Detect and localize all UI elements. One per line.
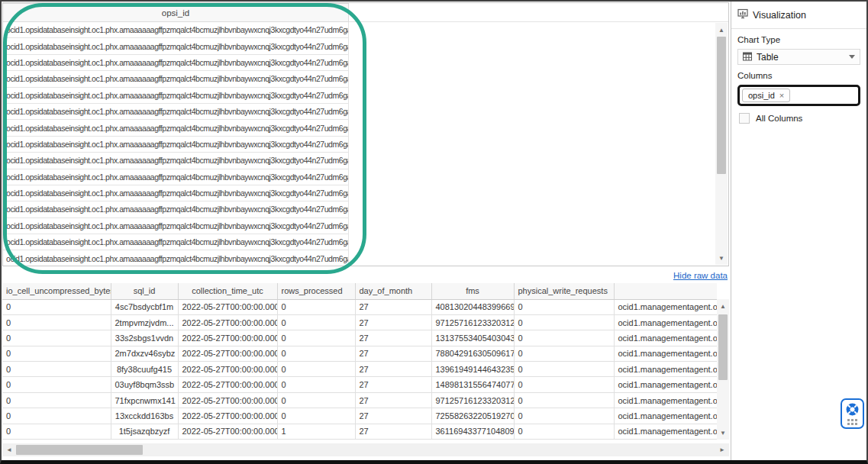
table-cell: 2m7dxzv46sybz <box>111 346 178 361</box>
table-row[interactable]: ocid1.opsidatabaseinsight.oc1.phx.amaaaa… <box>3 38 349 54</box>
scroll-down-icon[interactable]: ▼ <box>715 253 728 263</box>
table-cell: ocid1.managementagent.oc1.iad.a <box>614 377 717 392</box>
horizontal-scrollbar[interactable]: ◄ ► <box>2 443 729 456</box>
column-header[interactable]: day_of_month <box>355 283 431 299</box>
table-grid-icon <box>743 50 752 64</box>
table-row[interactable]: ocid1.opsidatabaseinsight.oc1.phx.amaaaa… <box>3 218 349 234</box>
column-header[interactable]: physical_write_requests <box>514 283 614 299</box>
column-header[interactable]: rows_processed <box>277 283 355 299</box>
table-row[interactable]: ocid1.opsidatabaseinsight.oc1.phx.amaaaa… <box>3 153 349 169</box>
column-header[interactable]: fms <box>431 283 514 299</box>
table-cell: 27 <box>355 299 431 314</box>
scroll-left-icon[interactable]: ◄ <box>4 443 15 456</box>
table-row[interactable]: 003uyf8bqm3ssb2022-05-27T00:00:00.000Z02… <box>2 377 717 392</box>
column-header[interactable]: io_cell_uncompressed_bytes <box>2 283 111 299</box>
table-cell: ocid1.managementagent.oc1.iad.a <box>614 408 717 424</box>
raw-data-table: io_cell_uncompressed_bytessql_idcollecti… <box>2 283 717 440</box>
table-cell: 0 <box>2 392 111 408</box>
scroll-down-icon[interactable]: ▼ <box>717 427 729 438</box>
table-row[interactable]: ocid1.opsidatabaseinsight.oc1.phx.amaaaa… <box>3 22 349 38</box>
chevron-down-icon <box>849 55 855 59</box>
table-row[interactable]: ocid1.opsidatabaseinsight.oc1.phx.amaaaa… <box>3 234 349 250</box>
table-cell: 0 <box>514 299 614 314</box>
columns-label: Columns <box>737 71 860 80</box>
table-row[interactable]: 033s2sbgs1vvdn2022-05-27T00:00:00.000Z02… <box>2 330 717 346</box>
opsi-table-header-row: opsi_id <box>3 3 728 22</box>
scroll-up-icon[interactable]: ▲ <box>715 24 728 35</box>
table-cell: 27 <box>355 408 431 424</box>
table-row[interactable]: 08fy38cuufg4152022-05-27T00:00:00.000Z02… <box>2 362 717 377</box>
table-row[interactable]: 013xcckdd163bs2022-05-27T00:00:00.000Z02… <box>2 408 717 424</box>
table-cell: 0 <box>2 330 111 346</box>
table-cell: 0 <box>514 362 614 377</box>
table-cell: ocid1.managementagent.oc1.iad.a <box>614 424 717 439</box>
top-table-vertical-scrollbar[interactable]: ▲ ▼ <box>715 23 728 265</box>
table-cell: 1313755340540304390 <box>431 330 514 346</box>
table-cell: 0 <box>514 408 614 424</box>
table-cell: 3611694337710480902 <box>431 424 514 439</box>
chip-remove-icon[interactable]: × <box>779 91 784 100</box>
table-cell: 0 <box>514 424 614 439</box>
table-row[interactable]: ocid1.opsidatabaseinsight.oc1.phx.amaaaa… <box>3 169 349 185</box>
table-row[interactable]: ocid1.opsidatabaseinsight.oc1.phx.amaaaa… <box>3 88 349 104</box>
table-row[interactable]: 01t5jsazqbzyzf2022-05-27T00:00:00.000Z12… <box>2 424 717 439</box>
scroll-right-icon[interactable]: ► <box>717 443 728 456</box>
table-cell: 0 <box>514 314 614 330</box>
table-cell: ocid1.managementagent.oc1.iad.a <box>614 346 717 361</box>
table-row[interactable]: ocid1.opsidatabaseinsight.oc1.phx.amaaaa… <box>3 71 349 87</box>
table-row[interactable]: ocid1.opsidatabaseinsight.oc1.phx.amaaaa… <box>3 185 349 201</box>
column-header[interactable]: sql_id <box>111 283 178 299</box>
table-cell: 8fy38cuufg415 <box>111 362 178 377</box>
visualization-sidebar: Visualization Chart Type Table <box>731 2 866 460</box>
table-cell: 0 <box>2 346 111 361</box>
table-cell: 27 <box>355 330 431 346</box>
column-header[interactable] <box>614 283 717 299</box>
scrollbar-thumb[interactable] <box>16 445 143 455</box>
hide-raw-data-link[interactable]: Hide raw data <box>673 271 729 280</box>
life-buoy-icon <box>845 402 860 417</box>
main-area: opsi_id ocid1.opsidatabaseinsight.oc1.ph… <box>2 2 731 460</box>
table-cell: 0 <box>277 299 355 314</box>
table-row[interactable]: 02m7dxzv46sybz2022-05-27T00:00:00.000Z02… <box>2 346 717 361</box>
table-row[interactable]: ocid1.opsidatabaseinsight.oc1.phx.amaaaa… <box>3 137 349 153</box>
scrollbar-thumb[interactable] <box>718 314 728 380</box>
raw-table-vertical-scrollbar[interactable]: ▲ ▼ <box>717 299 729 440</box>
table-cell: 27 <box>355 314 431 330</box>
table-cell: 13961949144643235029 <box>431 362 514 377</box>
table-cell: 0 <box>2 377 111 392</box>
table-cell: 9712571612332031260 <box>431 392 514 408</box>
table-row[interactable]: ocid1.opsidatabaseinsight.oc1.phx.amaaaa… <box>3 201 349 218</box>
table-row[interactable]: ocid1.opsidatabaseinsight.oc1.phx.amaaaa… <box>3 250 349 266</box>
table-cell: 0 <box>2 299 111 314</box>
table-row[interactable]: ocid1.opsidatabaseinsight.oc1.phx.amaaaa… <box>3 55 349 71</box>
table-cell: 7255826322051927035 <box>431 408 514 424</box>
chart-type-dropdown[interactable]: Table <box>737 49 860 65</box>
all-columns-row: All Columns <box>737 113 860 124</box>
all-columns-checkbox[interactable] <box>739 113 750 124</box>
table-cell: 0 <box>2 314 111 330</box>
help-widget-button[interactable] <box>841 398 864 429</box>
table-row[interactable]: 071fxpcnwmx1412022-05-27T00:00:00.000Z02… <box>2 392 717 408</box>
scroll-up-icon[interactable]: ▲ <box>717 301 729 311</box>
column-header[interactable]: collection_time_utc <box>178 283 277 299</box>
column-header-opsi-id[interactable]: opsi_id <box>3 3 349 22</box>
table-cell: 0 <box>2 362 111 377</box>
table-cell: 2022-05-27T00:00:00.000Z <box>178 314 277 330</box>
table-cell: 0 <box>277 346 355 361</box>
table-cell: 0 <box>277 408 355 424</box>
column-chip-opsi-id[interactable]: opsi_id × <box>742 89 790 102</box>
table-row[interactable]: ocid1.opsidatabaseinsight.oc1.phx.amaaaa… <box>3 104 349 120</box>
table-row[interactable]: 02tmpvmzjvdm...2022-05-27T00:00:00.000Z0… <box>2 314 717 330</box>
table-row[interactable]: 04sc7bsdycbf1m2022-05-27T00:00:00.000Z02… <box>2 299 717 314</box>
table-cell: 1t5jsazqbzyzf <box>111 424 178 439</box>
table-row[interactable]: ocid1.opsidatabaseinsight.oc1.phx.amaaaa… <box>3 120 349 136</box>
query-results-page: opsi_id ocid1.opsidatabaseinsight.oc1.ph… <box>0 0 868 464</box>
scrollbar-thumb[interactable] <box>717 37 726 174</box>
columns-input[interactable]: opsi_id × <box>737 85 860 106</box>
chart-type-value: Table <box>757 52 844 63</box>
table-cell: 27 <box>355 377 431 392</box>
table-cell: 0 <box>277 330 355 346</box>
columns-section: Columns opsi_id × All Columns <box>731 65 866 124</box>
table-cell: 2022-05-27T00:00:00.000Z <box>178 424 277 439</box>
table-cell: 71fxpcnwmx141 <box>111 392 178 408</box>
